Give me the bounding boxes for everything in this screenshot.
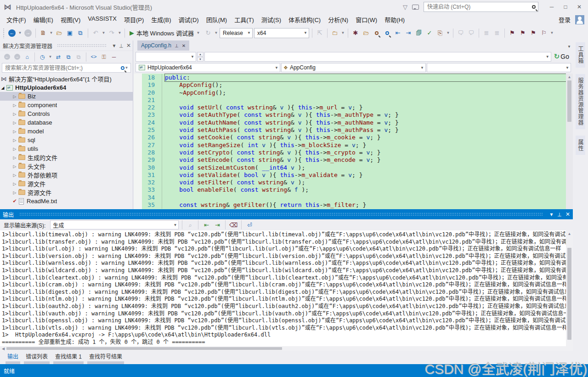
window-position-icon[interactable]: ▼ (112, 43, 116, 48)
redo-icon[interactable]: ↷ (107, 29, 116, 38)
code-line-22[interactable]: 22 void setUrl( const wstring& v ){ this… (142, 104, 573, 111)
feedback-icon[interactable] (412, 5, 419, 10)
tree-folder-0[interactable]: ▷Biz (0, 92, 133, 101)
code-line-34[interactable]: 34 (142, 194, 573, 201)
refresh-icon[interactable]: ↻ (204, 29, 213, 38)
uncomment-icon[interactable]: 🗩 (467, 29, 476, 38)
tree-solution-node[interactable]: ⋈ 解决方案“HttpUploader6x64”(1 个项目) (0, 74, 133, 83)
output-vertical-scrollbar[interactable]: ▲ (566, 230, 573, 346)
va-spinner[interactable]: ▲ ▼ (197, 52, 204, 62)
code-line-31[interactable]: 31 void setValidate( bool v ){ this->m_v… (142, 171, 573, 179)
close-button[interactable]: ✕ (573, 2, 585, 12)
scroll-thumb[interactable] (567, 80, 571, 122)
new-file-dropdown[interactable]: ▼ (49, 31, 53, 35)
collapse-arrow-icon[interactable]: ▷ (12, 112, 17, 116)
menu-item-10[interactable]: 体系结构(C) (285, 14, 324, 25)
user-avatar[interactable] (575, 15, 584, 24)
window-position-icon[interactable]: ▼ (549, 212, 554, 217)
output-source-combo[interactable]: 生成 ▼ (50, 220, 179, 229)
bottom-tab-0[interactable]: 输出 (5, 351, 21, 364)
va-find-symbol-icon[interactable] (372, 29, 381, 38)
find-dropdown[interactable]: ▼ (341, 31, 345, 35)
increase-indent-icon[interactable]: ≣ (492, 29, 502, 38)
tree-folder-8[interactable]: ▷头文件 (0, 162, 133, 171)
menu-item-6[interactable]: 调试(D) (175, 14, 203, 25)
va-go-button[interactable]: ↻ Go (552, 52, 571, 61)
home-icon[interactable]: ⌂ (23, 53, 31, 61)
output-horizontal-scrollbar[interactable]: ◀ (0, 346, 573, 351)
menu-item-11[interactable]: 分析(N) (324, 14, 352, 25)
new-file-icon[interactable]: 🗎 (39, 29, 48, 38)
pin-icon[interactable]: ⊣ (557, 212, 563, 217)
collapse-arrow-icon[interactable]: ▷ (12, 173, 17, 177)
code-line-25[interactable]: 25 void setAuthPass( const wstring& v ){… (142, 126, 573, 134)
next-message-icon[interactable]: ⇥ (213, 220, 222, 229)
menu-item-3[interactable]: VASSISTX (84, 14, 120, 25)
save-icon[interactable]: ▣ (65, 29, 74, 38)
undo-icon[interactable]: ↶ (91, 29, 100, 38)
code-line-28[interactable]: 28 void setCrypto( const string& v ){ th… (142, 149, 573, 156)
scroll-up-icon[interactable]: ▲ (568, 74, 571, 80)
next-bookmark-icon[interactable]: ⚑ (529, 29, 538, 38)
code-line-26[interactable]: 26 void setCookie( const string& v ){ th… (142, 134, 573, 141)
tree-folder-10[interactable]: ▷源文件 (0, 179, 133, 188)
member-scope-combo[interactable]: ▼ (427, 63, 571, 72)
tree-folder-9[interactable]: ▷外部依赖项 (0, 171, 133, 179)
collapse-all-icon[interactable]: ⧉ (64, 53, 73, 61)
filter-dropdown[interactable]: ▼ (48, 55, 52, 59)
solution-explorer-header[interactable]: 解决方案资源管理器 ▼ ⊣ ✕ (0, 40, 133, 51)
va-paste-history-icon[interactable]: 🗐 (414, 29, 424, 38)
bottom-tab-2[interactable]: 查找结果 1 (52, 351, 85, 364)
tree-folder-1[interactable]: ▷component (0, 101, 133, 109)
unload-icon[interactable]: ─ (110, 53, 118, 61)
quick-launch-box[interactable] (424, 2, 538, 12)
collapse-arrow-icon[interactable]: ▷ (12, 129, 17, 134)
save-all-icon[interactable]: ⧉ (76, 29, 85, 38)
pin-icon[interactable]: ⊣ (119, 43, 124, 48)
quick-launch-input[interactable] (426, 3, 532, 11)
solution-search-box[interactable]: ▼ (2, 63, 131, 73)
attach-to-process-icon[interactable]: ⇱ (315, 29, 324, 38)
code-line-18[interactable]: 18public: (142, 74, 573, 81)
se-back-icon[interactable]: ← (3, 53, 11, 61)
scroll-up-icon[interactable]: ▲ (568, 230, 571, 237)
tree-folder-4[interactable]: ▷model (0, 127, 133, 136)
code-editor[interactable]: 18public:19 AppConfig();20 ~AppConfig();… (134, 74, 573, 209)
va-find-references-icon[interactable] (383, 29, 392, 38)
code-line-24[interactable]: 24 void setAuthName( const wstring& v ){… (142, 119, 573, 126)
spin-up-icon[interactable]: ▲ (197, 52, 204, 57)
navigate-back-icon[interactable]: ← (7, 29, 17, 38)
output-title-bar[interactable]: 输出 ▼ ⊣ ✕ (0, 209, 573, 219)
view-code-icon[interactable]: <> (90, 53, 98, 61)
tree-folder-5[interactable]: ▷sql (0, 136, 133, 144)
va-scope-forward-icon[interactable]: ⇥ (404, 29, 413, 38)
tree-folder-2[interactable]: ▷Controls (0, 109, 133, 118)
tab-appconfig-h[interactable]: AppConfig.h ⊣ ✕ (137, 40, 189, 51)
find-message-icon[interactable]: ⌕ (186, 220, 195, 229)
menu-item-2[interactable]: 视图(V) (57, 14, 84, 25)
menu-item-9[interactable]: 测试(S) (258, 14, 285, 25)
bottom-tab-3[interactable]: 查找符号结果 (86, 351, 125, 364)
collapse-arrow-icon[interactable]: ▷ (12, 120, 17, 125)
sync-with-active-document-icon[interactable]: ⇄ (54, 53, 62, 61)
va-dropdown[interactable]: ▼ (446, 31, 450, 35)
navigate-forward-icon[interactable]: → (23, 29, 33, 38)
va-context-combo[interactable]: ▼ (136, 52, 196, 62)
code-line-27[interactable]: 27 void setRangeSize( int v ){ this->m_b… (142, 142, 573, 149)
toolbar-grip[interactable] (3, 28, 5, 38)
collapse-arrow-icon[interactable]: ▷ (12, 94, 17, 99)
tree-folder-6[interactable]: ▷utils (0, 144, 133, 153)
output-log[interactable]: 1>libcurl.lib(timeval.obj) : warning LNK… (0, 230, 566, 346)
tab-properties[interactable]: 属性 (576, 136, 585, 155)
editor-vertical-scrollbar[interactable]: ▲ (566, 74, 573, 209)
debugger-dropdown[interactable]: ▼ (196, 31, 200, 35)
collapse-arrow-icon[interactable]: ▷ (12, 103, 17, 108)
spell-check-icon[interactable]: ✓ (425, 29, 434, 38)
code-line-35[interactable]: 35 const wstring& getFilter(){ return th… (142, 201, 573, 209)
tree-file-readme[interactable]: ✔ ReadMe.txt (0, 197, 133, 206)
va-scope-back-icon[interactable]: ⇤ (393, 29, 402, 38)
tab-close-icon[interactable]: ✕ (182, 43, 186, 48)
scroll-thumb[interactable] (6, 347, 282, 350)
tree-folder-3[interactable]: ▷database (0, 118, 133, 127)
menu-item-7[interactable]: 团队(M) (203, 14, 231, 25)
